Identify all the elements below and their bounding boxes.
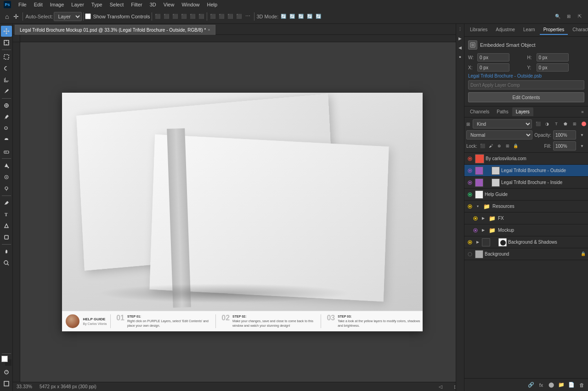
fx-btn[interactable]: fx [537,380,546,390]
hand-tool[interactable] [1,246,12,257]
mini-icon-1[interactable]: ⋮ [457,26,464,33]
layer-row-1[interactable]: By carlosviloria.com [464,153,588,165]
history-brush[interactable] [1,134,12,145]
layer-6-expand[interactable]: ▶ [481,215,486,222]
tab-character[interactable]: Character [569,25,588,35]
tab-adjustments[interactable]: Adjustme [492,25,519,35]
filter-kind-select[interactable]: Kind Name Effect [473,119,532,128]
opacity-input[interactable] [553,130,576,140]
filter-type[interactable]: T [552,120,560,128]
artboard-tool[interactable] [1,37,12,48]
lasso-tool[interactable] [1,63,12,74]
expand-button[interactable]: ⇱ [574,12,585,21]
opacity-dropdown[interactable]: ▼ [578,130,586,140]
menu-file[interactable]: File [15,0,30,9]
eyedropper-tool[interactable] [1,86,12,97]
workspace-button[interactable]: ⊞ [563,12,574,21]
layer-row-3[interactable]: Legal Trifold Brochure - Inside [464,177,588,189]
align-right[interactable]: ⬛ [171,12,179,21]
brush-tool[interactable] [1,112,12,123]
delete-layer-btn[interactable]: 🗑 [577,380,586,390]
menu-help[interactable]: Help [204,0,221,9]
menu-type[interactable]: Type [88,0,106,9]
edit-contents-button[interactable]: Edit Contents [468,92,584,102]
document-tab[interactable]: Legal Trifold Brochure Mockup 01.psd @ 3… [15,25,215,35]
y-input[interactable] [537,63,569,72]
healing-brush[interactable] [1,100,12,111]
layer-row-7[interactable]: ▶ 📁 Mockup [464,224,588,236]
path-selection[interactable] [1,220,12,231]
fill-input[interactable] [553,141,576,151]
layer-6-visibility[interactable] [472,215,479,222]
tab-learn[interactable]: Learn [520,25,539,35]
move-tool-options[interactable]: ✛ [11,11,21,22]
eraser-tool[interactable] [1,146,12,157]
menu-select[interactable]: Select [106,0,128,9]
zoom-tool[interactable] [1,257,12,268]
fill-adjustment-btn[interactable]: ⬤ [547,380,556,390]
lock-all[interactable]: 🔒 [512,142,520,150]
layer-row-4[interactable]: Help Guide [464,189,588,201]
layers-panel-menu[interactable]: ≡ [579,107,586,117]
align-top[interactable]: ⬛ [180,12,188,21]
lock-paint[interactable]: 🖌 [487,142,495,150]
file-link[interactable]: Legal Trifold Brochure - Outside.psb [468,73,584,78]
w-input[interactable] [477,53,509,61]
layer-9-visibility[interactable] [466,251,474,258]
pen-tool[interactable] [1,197,12,208]
mini-icon-3[interactable]: ◀ [457,44,464,51]
dist-right[interactable]: ⬛ [226,12,234,21]
clone-stamp[interactable] [1,123,12,134]
mini-icon-2[interactable]: ▶ [457,35,464,42]
layer-row-6[interactable]: ▶ 📁 FX [464,212,588,224]
move-tool[interactable] [1,26,12,37]
3d-btn-3[interactable]: 🔄 [297,12,305,21]
menu-window[interactable]: Window [178,0,203,9]
layer-row-9[interactable]: Background 🔒 [464,248,588,260]
dist-top[interactable]: ⬛ [235,12,243,21]
transform-checkbox-label[interactable]: Show Transform Controls [85,13,150,19]
lock-transparent[interactable]: ⬛ [479,142,486,150]
layer-4-visibility[interactable] [466,191,474,198]
menu-edit[interactable]: Edit [30,0,46,9]
mini-icon-4[interactable]: ● [457,53,464,61]
shape-tool[interactable] [1,232,12,243]
menu-view[interactable]: View [160,0,178,9]
blur-tool[interactable] [1,172,12,183]
layer-1-visibility[interactable] [466,155,474,162]
rectangle-select-tool[interactable] [1,51,12,62]
align-left[interactable]: ⬛ [153,12,162,21]
align-center-v[interactable]: ⬛ [188,12,197,21]
filter-adjustment[interactable]: ◑ [543,120,551,128]
quick-mask-mode[interactable] [1,367,12,378]
tab-close-btn[interactable]: × [208,28,210,32]
transform-checkbox[interactable] [85,13,91,19]
3d-btn-4[interactable]: 🔄 [305,12,314,21]
tab-libraries[interactable]: Libraries [466,25,491,35]
menu-image[interactable]: Image [46,0,68,9]
foreground-bg-colors[interactable] [1,355,12,366]
tab-layers[interactable]: Layers [512,107,533,116]
layer-comp-select[interactable] [468,80,584,89]
prev-page[interactable]: ◁ [436,382,445,391]
menu-3d[interactable]: 3D [146,0,160,9]
3d-btn-5[interactable]: 🔄 [314,12,322,21]
3d-btn-1[interactable]: 🔄 [279,12,288,21]
menu-filter[interactable]: Filter [127,0,146,9]
tab-channels[interactable]: Channels [466,107,493,116]
layer-3-visibility[interactable] [466,179,474,186]
filter-shape[interactable]: ⬟ [561,120,570,128]
crop-tool[interactable] [1,74,12,85]
tab-properties[interactable]: Properties [540,25,568,35]
filter-smart[interactable]: ⊞ [571,120,579,128]
layer-row-2[interactable]: Legal Trifold Brochure - Outside [464,165,588,177]
layer-7-expand[interactable]: ▶ [481,227,486,234]
layer-2-visibility[interactable] [466,167,474,174]
layer-7-visibility[interactable] [472,227,479,234]
dodge-tool[interactable] [1,183,12,194]
blend-mode-select[interactable]: Normal Multiply Screen Overlay [466,130,532,140]
layer-8-visibility[interactable] [466,239,474,246]
layer-8-expand[interactable]: ▶ [475,239,481,246]
3d-btn-2[interactable]: 🔄 [288,12,296,21]
new-layer-btn[interactable]: 📄 [567,380,576,390]
